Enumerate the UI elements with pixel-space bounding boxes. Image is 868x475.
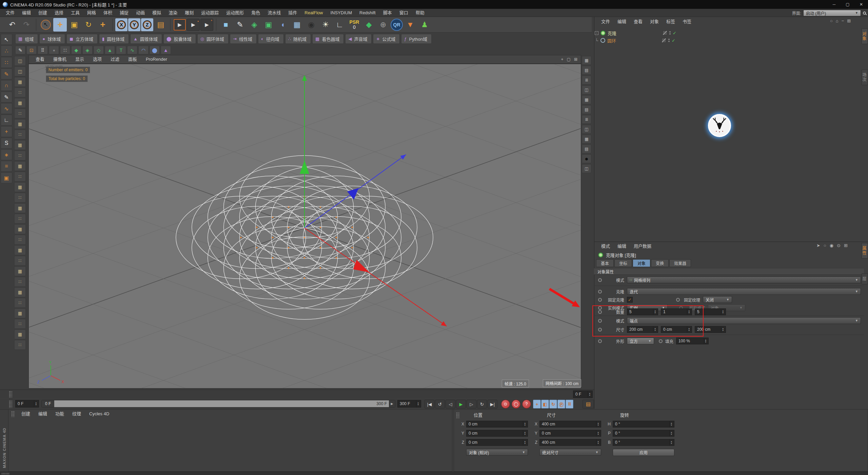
layers-icon[interactable]: ≡ [1, 161, 12, 172]
menubar-item-22[interactable]: 帮助 [412, 9, 428, 17]
panel-divider[interactable] [594, 242, 868, 242]
drag-handle[interactable] [456, 412, 459, 418]
grid-dots-icon[interactable]: ∷ [1, 57, 12, 68]
subdivision-surface-icon[interactable]: ◈ [248, 18, 261, 32]
key-scale-button[interactable]: ◧ [541, 400, 549, 408]
drag-handle[interactable] [9, 400, 12, 408]
menubar-item-0[interactable]: 文件 [2, 9, 18, 17]
minus-icon[interactable]: − [842, 18, 844, 23]
stepper-icon[interactable]: ▴▾ [669, 421, 672, 427]
side-strip-icon-9[interactable]: ▤ [582, 145, 591, 153]
stepper-icon[interactable]: ▴▾ [596, 430, 599, 436]
stepper-icon[interactable]: ▴▾ [523, 421, 526, 427]
modeling-tool-icon-1[interactable]: ⊡ [26, 46, 37, 54]
coord-mode-dropdown-1[interactable]: 绝对尺寸▼ [539, 449, 601, 456]
stepper-icon[interactable]: ▴▾ [588, 391, 590, 398]
angle-ruler-icon[interactable]: ∟ [1, 115, 12, 126]
dock-tab-层[interactable]: 层 [862, 273, 868, 284]
anim-dot-icon[interactable] [598, 278, 602, 282]
autokeying-button[interactable]: ◯ [512, 400, 520, 408]
array-generator-icon[interactable]: ▣ [262, 18, 275, 32]
timeline-range-slider[interactable]: 0 F 300 F ▶ [41, 400, 395, 407]
modeling-tool-icon-7[interactable]: ◇ [94, 46, 104, 54]
viewport-menu-2[interactable]: 显示 [71, 55, 88, 63]
psr-indicator[interactable]: PSR0 [347, 18, 361, 32]
mode-palette-icon-21[interactable]: ∷ [14, 277, 26, 287]
am-menu-0[interactable]: 模式 [597, 242, 614, 250]
om-menu-1[interactable]: 编辑 [614, 18, 630, 26]
modeling-tool-icon-2[interactable]: ⠿ [38, 46, 48, 54]
render-settings-icon[interactable]: ▶* [200, 19, 213, 31]
mode-palette-icon-23[interactable]: ∷ [14, 298, 26, 308]
material-menu-1[interactable]: 编辑 [34, 410, 51, 418]
lock-icon[interactable]: ◉ [830, 243, 833, 248]
light-icon[interactable]: ☀ [319, 18, 332, 32]
cube-primitive-icon[interactable]: ■ [219, 18, 233, 32]
attribute-tab-变换[interactable]: 变换 [651, 259, 669, 267]
menubar-item-10[interactable]: 渲染 [165, 9, 181, 17]
am-menu-2[interactable]: 用户数据 [630, 242, 655, 250]
frame-end-field[interactable]: 300 F ▴▾ [397, 400, 421, 407]
side-strip-icon-2[interactable]: ≣ [582, 76, 591, 84]
stepper-icon[interactable]: ▴▾ [721, 309, 724, 315]
coord-field-2-1[interactable]: 0 °▴▾ [613, 430, 674, 437]
rotate-tool-icon[interactable]: ↻ [82, 18, 95, 32]
mode-palette-icon-17[interactable]: ∷ [14, 235, 26, 245]
menubar-item-15[interactable]: 流水线 [264, 9, 284, 17]
field-button-12[interactable]: ∗公式域 [373, 34, 400, 44]
next-frame-button[interactable]: ▷ [467, 400, 476, 408]
visibility-dots-icon[interactable] [669, 31, 671, 35]
layer-tag-icon[interactable] [662, 38, 666, 43]
field-button-6[interactable]: ◎圆环体域 [197, 34, 229, 44]
side-strip-icon-4[interactable]: ▦ [582, 95, 591, 104]
key-position-button[interactable]: + [533, 400, 541, 408]
object-row-circle[interactable]: └ 圆环 ✓ [595, 37, 861, 44]
menubar-item-7[interactable]: 捕捉 [116, 9, 132, 17]
mode-palette-icon-3[interactable]: ∷ [14, 88, 26, 97]
clone-dropdown[interactable]: 迭代 ▼ [627, 288, 861, 295]
sculpt-dots-icon[interactable]: ∴ [1, 45, 12, 56]
anim-dot-icon[interactable] [598, 290, 602, 293]
mode-palette-icon-15[interactable]: ∷ [14, 214, 26, 224]
close-button[interactable]: ✕ [854, 0, 868, 9]
workplane-icon[interactable]: ∟ [333, 18, 347, 32]
side-strip-icon-11[interactable]: ◫ [582, 164, 591, 173]
record-keyframe-button[interactable]: ⊙ [501, 400, 510, 408]
menubar-item-20[interactable]: 脚本 [379, 9, 396, 17]
fill-field[interactable]: 100 % ▴▾ [676, 338, 709, 344]
modeling-tool-icon-6[interactable]: ◈ [82, 46, 93, 54]
viewport-menu-6[interactable]: ProRender [142, 55, 171, 63]
modeling-tool-icon-5[interactable]: ◆ [71, 46, 81, 54]
coord-field-0-0[interactable]: 0 cm▴▾ [466, 421, 528, 428]
mode-palette-icon-11[interactable]: ∷ [14, 172, 26, 182]
modeling-tool-icon-0[interactable]: ✎ [15, 46, 25, 54]
object-name[interactable]: 圆环 [607, 37, 616, 44]
field-button-8[interactable]: ◐径向域 [258, 34, 284, 44]
panel-layout-icon[interactable]: ⊞ [574, 57, 577, 62]
range-end-arrow-icon[interactable]: ▶ [389, 400, 395, 407]
spline-tool-icon[interactable]: ∿ [1, 103, 12, 114]
menubar-item-14[interactable]: 角色 [248, 9, 264, 17]
dock-tab-属性[interactable]: 属性 [862, 243, 868, 259]
coord-field-0-2[interactable]: 0 cm▴▾ [466, 439, 528, 446]
mode-palette-icon-5[interactable]: ∷ [14, 109, 26, 118]
field-button-4[interactable]: ▲圆锥体域 [130, 34, 162, 44]
viewport-menu-3[interactable]: 选项 [89, 55, 106, 63]
side-strip-icon-1[interactable]: ▤ [582, 66, 591, 75]
pen-tool-icon[interactable]: ✎ [1, 92, 12, 102]
anim-dot-icon[interactable] [598, 298, 602, 302]
viewport-menu-4[interactable]: 过滤 [106, 55, 123, 63]
field-button-10[interactable]: ▩着色器域 [312, 34, 344, 44]
frame-start-field[interactable]: 0 F ▴▾ [15, 400, 39, 407]
drag-handle[interactable] [11, 411, 15, 417]
snap-icon[interactable]: S [1, 138, 12, 149]
undo-icon[interactable]: ↶ [5, 18, 19, 32]
key-parameter-button[interactable]: Ⓟ [557, 400, 565, 408]
attribute-tab-对象[interactable]: 对象 [633, 259, 650, 267]
modeling-tool-icon-3[interactable]: ▫ [49, 46, 59, 54]
move-tool-icon[interactable]: + [53, 18, 67, 32]
modeling-tool-icon-12[interactable]: ⬤ [150, 46, 160, 54]
attribute-tab-基本[interactable]: 基本 [596, 259, 614, 267]
keyframe-help-button[interactable]: ? [522, 400, 531, 408]
modeling-tool-icon-13[interactable]: ▲ [161, 46, 171, 54]
